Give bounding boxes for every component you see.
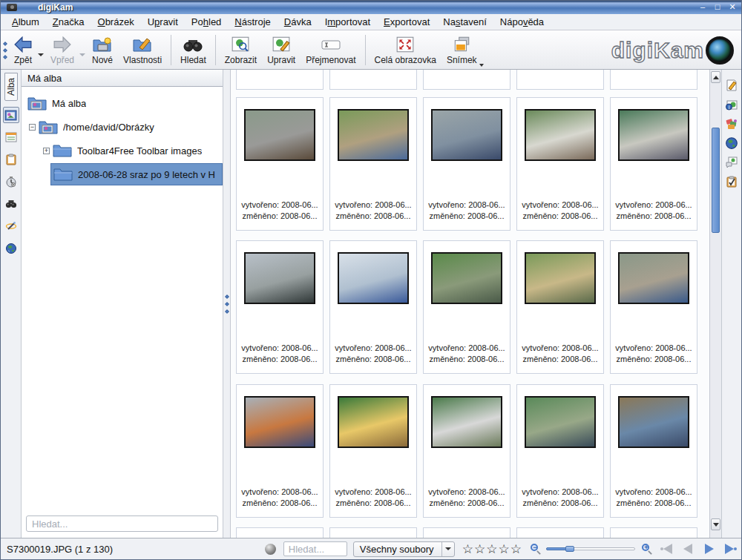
properties-button[interactable]: Vlastnosti xyxy=(118,32,167,68)
menu-upravit[interactable]: Upravit xyxy=(141,15,185,29)
image-info-icon[interactable]: i xyxy=(723,96,740,113)
photo-thumbnail[interactable] xyxy=(338,396,409,448)
thumbnail-cell[interactable]: vytvořeno: 2008-06...změněno: 2008-06... xyxy=(610,384,697,518)
menu-znacka[interactable]: Značka xyxy=(46,15,91,29)
menu-napoveda[interactable]: Nápověda xyxy=(493,15,551,29)
zoom-slider[interactable] xyxy=(546,543,635,555)
thumbnail-cell[interactable]: vytvořeno: 2008-06...změněno: 2008-06... xyxy=(329,384,417,518)
vertical-scrollbar[interactable] xyxy=(709,70,722,538)
captions-stack-icon[interactable] xyxy=(723,154,740,171)
minimize-button[interactable]: – xyxy=(697,2,709,13)
thumbnail-cell[interactable] xyxy=(329,527,417,538)
menu-davka[interactable]: Dávka xyxy=(278,15,318,29)
back-history-dropdown-icon[interactable] xyxy=(38,53,44,56)
thumbnail-cell[interactable] xyxy=(423,70,510,90)
thumbnail-cell[interactable] xyxy=(423,527,510,538)
rename-button[interactable]: Přejmenovat xyxy=(301,32,361,68)
thumbnail-cell[interactable]: vytvořeno: 2008-06...změněno: 2008-06... xyxy=(423,240,510,374)
thumbnail-cell[interactable]: vytvořeno: 2008-06...změněno: 2008-06... xyxy=(329,97,417,231)
scroll-up-button[interactable] xyxy=(711,71,720,83)
first-item-button[interactable] xyxy=(662,544,675,554)
thumbnail-cell[interactable]: vytvořeno: 2008-06...změněno: 2008-06... xyxy=(516,97,604,231)
expand-expander-icon[interactable]: + xyxy=(43,148,50,154)
thumbnail-cell[interactable]: vytvořeno: 2008-06...změněno: 2008-06... xyxy=(423,97,510,231)
thumbnail-cell[interactable]: vytvořeno: 2008-06...změněno: 2008-06... xyxy=(236,240,324,374)
menu-album[interactable]: Album xyxy=(5,15,46,29)
zoom-slider-thumb[interactable] xyxy=(565,546,574,552)
fullscreen-button[interactable]: Celá obrazovka xyxy=(370,32,441,68)
menu-exportovat[interactable]: Exportovat xyxy=(377,15,436,29)
zoom-in-icon[interactable]: + xyxy=(641,543,653,555)
scroll-down-button[interactable] xyxy=(711,518,720,530)
thumbnail-cell[interactable]: vytvořeno: 2008-06...změněno: 2008-06... xyxy=(329,240,417,374)
photo-thumbnail[interactable] xyxy=(431,396,502,448)
tags-icon[interactable] xyxy=(723,116,740,132)
geolocation-globe-icon[interactable] xyxy=(723,135,740,151)
slideshow-dropdown-icon[interactable] xyxy=(479,64,484,67)
thumbnail-cell[interactable]: vytvořeno: 2008-06...změněno: 2008-06... xyxy=(516,384,604,518)
find-button[interactable]: Hledat xyxy=(175,32,211,68)
panel-splitter[interactable] xyxy=(223,70,231,538)
thumbnail-cell[interactable]: vytvořeno: 2008-06...změněno: 2008-06... xyxy=(236,97,324,231)
back-button[interactable]: Zpět xyxy=(8,32,38,68)
photo-thumbnail[interactable] xyxy=(431,109,502,161)
thumbnail-cell[interactable]: vytvořeno: 2008-06...změněno: 2008-06... xyxy=(516,240,604,374)
menu-importovat[interactable]: Importovat xyxy=(318,15,377,29)
tree-item-home-obrazky[interactable]: − /home/david/Obrázky xyxy=(22,115,223,139)
tab-alba[interactable]: Alba xyxy=(4,73,18,101)
pencil-note-icon[interactable] xyxy=(723,77,740,93)
search-icon[interactable] xyxy=(3,196,19,212)
thumbnail-cell[interactable] xyxy=(610,527,697,538)
forward-history-dropdown-icon[interactable] xyxy=(79,53,85,56)
menu-pohled[interactable]: Pohled xyxy=(185,15,229,29)
previous-item-button[interactable] xyxy=(682,544,695,554)
photo-thumbnail[interactable] xyxy=(618,396,689,448)
view-button[interactable]: Zobrazit xyxy=(220,32,262,68)
menu-nastaveni[interactable]: Nastavení xyxy=(436,15,493,29)
rating-stars[interactable]: ☆☆☆☆☆ xyxy=(462,541,522,557)
last-item-button[interactable] xyxy=(722,544,735,554)
new-album-button[interactable]: Nové xyxy=(87,32,118,68)
collapse-expander-icon[interactable]: − xyxy=(29,124,36,131)
clipboard-icon[interactable] xyxy=(3,151,19,168)
edit-button[interactable]: Upravit xyxy=(262,32,301,68)
close-button[interactable]: ✕ xyxy=(726,2,738,13)
forward-button[interactable]: Vpřed xyxy=(45,32,79,68)
clipboard-check-icon[interactable] xyxy=(723,174,740,190)
thumbnail-cell[interactable]: vytvořeno: 2008-06...změněno: 2008-06... xyxy=(610,97,697,231)
thumbnail-cell[interactable] xyxy=(516,70,604,90)
thumbnail-cell[interactable]: vytvořeno: 2008-06...změněno: 2008-06... xyxy=(423,384,510,518)
photo-thumbnail[interactable] xyxy=(244,396,315,448)
albums-icon[interactable] xyxy=(3,107,19,123)
file-filter-select[interactable]: Všechny soubory xyxy=(353,541,455,557)
photo-thumbnail[interactable] xyxy=(338,252,409,304)
globe-icon[interactable] xyxy=(3,240,19,257)
photo-thumbnail[interactable] xyxy=(338,109,409,161)
toolbar-drag-handle[interactable] xyxy=(2,32,8,68)
thumbnail-cell[interactable]: vytvořeno: 2008-06...změněno: 2008-06... xyxy=(236,384,324,518)
tree-item-ma-alba[interactable]: Má alba xyxy=(22,91,223,115)
calendar-icon[interactable] xyxy=(3,129,19,145)
thumbnail-cell[interactable] xyxy=(516,527,604,538)
thumbnail-cell[interactable] xyxy=(236,70,324,90)
maximize-button[interactable]: □ xyxy=(712,2,723,13)
thumbnail-cell[interactable] xyxy=(329,70,417,90)
thumbnail-cell[interactable] xyxy=(236,527,324,538)
next-item-button[interactable] xyxy=(702,544,715,554)
menu-obrazek[interactable]: Obrázek xyxy=(91,15,141,29)
photo-thumbnail[interactable] xyxy=(525,396,596,448)
tree-item-2008-06-28[interactable]: 2008-06-28 sraz po 9 letech v H xyxy=(22,162,223,186)
timer-icon[interactable] xyxy=(3,174,19,190)
chevron-down-icon[interactable] xyxy=(441,542,454,556)
zoom-out-icon[interactable]: − xyxy=(530,543,542,555)
thumbnail-cell[interactable]: vytvořeno: 2008-06...změněno: 2008-06... xyxy=(610,240,697,374)
photo-thumbnail[interactable] xyxy=(618,109,689,161)
slideshow-button[interactable]: Snímek xyxy=(441,32,482,68)
wand-icon[interactable] xyxy=(3,218,19,234)
status-search-input[interactable]: Hledat... xyxy=(283,541,347,556)
photo-thumbnail[interactable] xyxy=(525,252,596,304)
photo-thumbnail[interactable] xyxy=(525,109,596,161)
photo-thumbnail[interactable] xyxy=(244,109,315,161)
thumbnail-cell[interactable] xyxy=(610,70,697,90)
scrollbar-thumb[interactable] xyxy=(712,128,720,233)
